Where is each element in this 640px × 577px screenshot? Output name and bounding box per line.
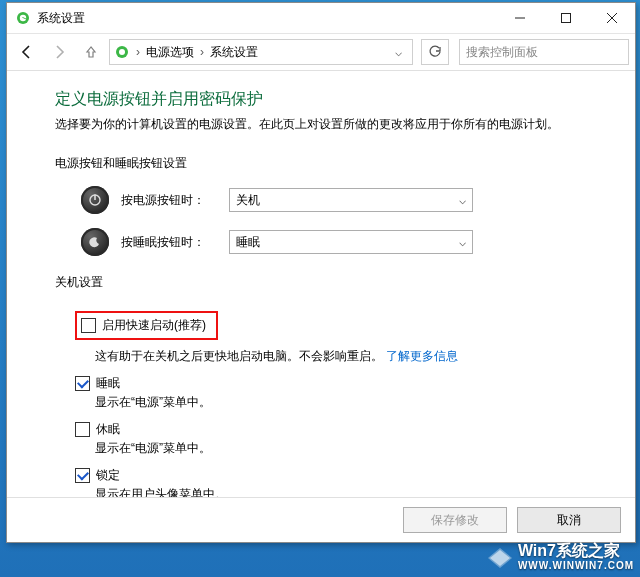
breadcrumb[interactable]: › 电源选项 › 系统设置 ⌵: [109, 39, 413, 65]
chevron-down-icon: ⌵: [459, 235, 466, 249]
highlight-box: 启用快速启动(推荐): [75, 311, 218, 340]
chevron-down-icon: ⌵: [459, 193, 466, 207]
svg-rect-4: [562, 14, 571, 23]
chevron-right-icon: ›: [196, 45, 208, 59]
hibernate-option-desc: 显示在“电源”菜单中。: [95, 440, 601, 457]
sleep-option-desc: 显示在“电源”菜单中。: [95, 394, 601, 411]
close-button[interactable]: [589, 3, 635, 33]
up-button[interactable]: [77, 38, 105, 66]
svg-point-8: [119, 49, 125, 55]
page-heading: 定义电源按钮并启用密码保护: [55, 89, 601, 110]
back-button[interactable]: [13, 38, 41, 66]
content-area: 定义电源按钮并启用密码保护 选择要为你的计算机设置的电源设置。在此页上对设置所做…: [7, 71, 635, 497]
crumb-system-settings[interactable]: 系统设置: [210, 44, 258, 61]
fast-startup-checkbox[interactable]: [81, 318, 96, 333]
page-subtext: 选择要为你的计算机设置的电源设置。在此页上对设置所做的更改将应用于你所有的电源计…: [55, 116, 601, 133]
power-button-label: 按电源按钮时：: [121, 192, 217, 209]
chevron-right-icon: ›: [132, 45, 144, 59]
search-box[interactable]: [459, 39, 629, 65]
save-button[interactable]: 保存修改: [403, 507, 507, 533]
option-hibernate: 休眠: [75, 421, 601, 438]
refresh-button[interactable]: [421, 39, 449, 65]
row-power-button: 按电源按钮时： 关机 ⌵: [81, 186, 601, 214]
power-button-select[interactable]: 关机 ⌵: [229, 188, 473, 212]
row-sleep-button: 按睡眠按钮时： 睡眠 ⌵: [81, 228, 601, 256]
app-icon: [15, 10, 31, 26]
fast-startup-label: 启用快速启动(推荐): [102, 317, 206, 334]
lock-checkbox[interactable]: [75, 468, 90, 483]
crumb-power-options[interactable]: 电源选项: [146, 44, 194, 61]
settings-window: 系统设置: [6, 2, 636, 543]
option-sleep: 睡眠: [75, 375, 601, 392]
window-title: 系统设置: [37, 10, 85, 27]
forward-button[interactable]: [45, 38, 73, 66]
section-power-buttons: 电源按钮和睡眠按钮设置: [55, 155, 601, 172]
sleep-icon: [81, 228, 109, 256]
watermark-url: WWW.WINWIN7.COM: [518, 560, 634, 571]
option-lock: 锁定: [75, 467, 601, 484]
watermark: Win7系统之家 WWW.WINWIN7.COM: [486, 541, 634, 571]
cancel-button[interactable]: 取消: [517, 507, 621, 533]
maximize-button[interactable]: [543, 3, 589, 33]
power-options-icon: [114, 44, 130, 60]
power-icon: [81, 186, 109, 214]
sleep-button-select[interactable]: 睡眠 ⌵: [229, 230, 473, 254]
lock-option-desc: 显示在用户头像菜单中。: [95, 486, 601, 497]
hibernate-option-label: 休眠: [96, 421, 120, 438]
sleep-checkbox[interactable]: [75, 376, 90, 391]
chevron-down-icon[interactable]: ⌵: [389, 45, 408, 59]
fast-startup-desc: 这有助于在关机之后更快地启动电脑。不会影响重启。 了解更多信息: [95, 348, 601, 365]
sleep-button-label: 按睡眠按钮时：: [121, 234, 217, 251]
navbar: › 电源选项 › 系统设置 ⌵: [7, 34, 635, 71]
sleep-button-value: 睡眠: [236, 234, 260, 251]
titlebar: 系统设置: [7, 3, 635, 34]
section-shutdown: 关机设置: [55, 274, 601, 291]
hibernate-checkbox[interactable]: [75, 422, 90, 437]
watermark-icon: [486, 542, 514, 570]
sleep-option-label: 睡眠: [96, 375, 120, 392]
learn-more-link[interactable]: 了解更多信息: [386, 349, 458, 363]
footer: 保存修改 取消: [7, 497, 635, 542]
power-button-value: 关机: [236, 192, 260, 209]
minimize-button[interactable]: [497, 3, 543, 33]
watermark-title: Win7系统之家: [518, 541, 634, 562]
lock-option-label: 锁定: [96, 467, 120, 484]
search-input[interactable]: [464, 44, 624, 60]
